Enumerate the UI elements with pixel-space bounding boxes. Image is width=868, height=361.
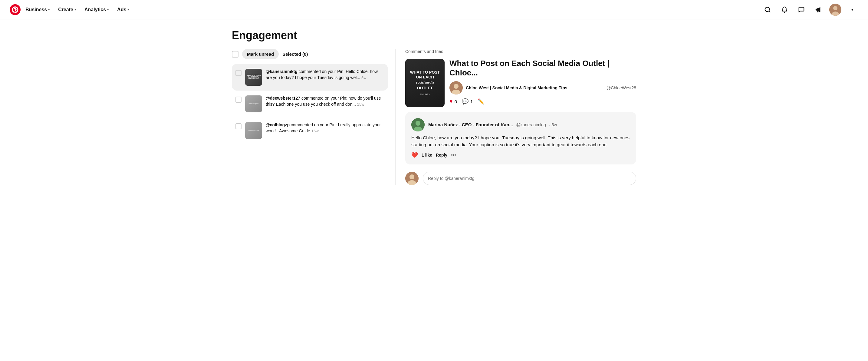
pin-image[interactable]: WHAT TO POSTON EACH social media OUTLET …	[405, 59, 444, 107]
nav-items: Business ▾ Create ▾ Analytics ▾ Ads ▾	[22, 4, 762, 15]
notification-thumbnail: WHAT TO POST ON EACH social media OUTLET	[245, 69, 262, 86]
edit-stat[interactable]: ✏️	[477, 98, 484, 105]
comment-meta: Marina Nuñez - CEO - Founder of Kan... @…	[428, 122, 630, 127]
chevron-down-icon: ▾	[127, 8, 129, 11]
pin-details: What to Post on Each Social Media Outlet…	[450, 59, 636, 107]
commenter-avatar[interactable]	[411, 118, 425, 131]
page-title: Engagement	[232, 29, 636, 42]
comment-likes-count: 1 like	[422, 153, 432, 157]
comment-card: Marina Nuñez - CEO - Founder of Kan... @…	[405, 112, 636, 164]
comment-time: 5w	[551, 122, 557, 127]
comment-icon: 💬	[462, 98, 468, 105]
notification-text: @colblogzp commented on your Pin: I real…	[266, 122, 384, 134]
notification-item[interactable]: WHAT TO POST ON EACH social media OUTLET…	[232, 64, 388, 91]
nav-ads[interactable]: Ads ▾	[114, 4, 132, 15]
notification-content: @deewebster127 commented on your Pin: ho…	[266, 95, 384, 107]
content-split: Mark unread Selected (0) WHAT TO POST ON…	[232, 49, 636, 185]
svg-point-7	[454, 84, 459, 89]
reply-avatar	[405, 172, 418, 185]
nav-business[interactable]: Business ▾	[22, 4, 53, 15]
toolbar: Mark unread Selected (0)	[232, 49, 388, 59]
notification-item[interactable]: checklist guide @deewebster127 commented…	[232, 91, 388, 117]
comment-body: Hello Chloe, how are you today? I hope y…	[411, 134, 630, 148]
mark-unread-button[interactable]: Mark unread	[242, 49, 279, 59]
notification-checkbox[interactable]	[236, 70, 242, 76]
select-all-checkbox[interactable]	[232, 51, 239, 58]
pin-card: WHAT TO POSTON EACH social media OUTLET …	[405, 59, 636, 107]
comment-handle: @kaneranimktg	[516, 122, 546, 127]
nav-create[interactable]: Create ▾	[55, 4, 80, 15]
pin-author-name: Chloe West | Social Media & Digital Mark…	[466, 85, 567, 90]
notifications-button[interactable]	[778, 4, 790, 16]
notification-list: WHAT TO POST ON EACH social media OUTLET…	[232, 64, 388, 144]
heart-icon: ♥	[450, 98, 453, 105]
pin-stats: ♥ 0 💬 1 ✏️	[450, 98, 636, 105]
svg-point-13	[409, 175, 414, 179]
user-avatar[interactable]	[829, 4, 841, 16]
chevron-down-icon: ▾	[74, 8, 76, 11]
nav-business-label: Business	[25, 7, 47, 12]
notification-text: @kaneranimktg commented on your Pin: Hel…	[266, 69, 384, 81]
notification-checkbox[interactable]	[236, 97, 242, 103]
pin-author: Chloe West | Social Media & Digital Mark…	[450, 81, 636, 94]
nav-ads-label: Ads	[117, 7, 126, 12]
comment-actions: ❤️ 1 like Reply •••	[411, 152, 630, 158]
selected-count: Selected (0)	[282, 52, 308, 57]
notification-text: @deewebster127 commented on your Pin: ho…	[266, 95, 384, 107]
pinterest-logo[interactable]	[10, 4, 21, 15]
edit-icon: ✏️	[477, 98, 484, 105]
nav-create-label: Create	[58, 7, 73, 12]
nav-analytics[interactable]: Analytics ▾	[81, 4, 112, 15]
comment-like-icon[interactable]: ❤️	[411, 152, 418, 158]
notification-thumbnail: checklist guide	[245, 95, 262, 112]
reply-row	[405, 169, 636, 185]
notification-item[interactable]: awesome guide @colblogzp commented on yo…	[232, 117, 388, 144]
svg-point-4	[833, 6, 837, 10]
comment-author-name: Marina Nuñez - CEO - Founder of Kan...	[428, 122, 513, 127]
search-button[interactable]	[762, 4, 774, 16]
chevron-down-icon: ▾	[48, 8, 50, 11]
comment-reply-button[interactable]: Reply	[436, 153, 447, 157]
likes-stat: ♥ 0	[450, 98, 457, 105]
comments-stat: 💬 1	[462, 98, 473, 105]
notification-content: @kaneranimktg commented on your Pin: Hel…	[266, 69, 384, 81]
likes-count: 0	[455, 99, 457, 104]
comment-header: Marina Nuñez - CEO - Founder of Kan... @…	[411, 118, 630, 131]
left-panel: Mark unread Selected (0) WHAT TO POST ON…	[232, 49, 395, 185]
svg-point-10	[415, 121, 421, 126]
section-label: Comments and tries	[405, 49, 636, 54]
account-chevron-icon[interactable]: ▾	[846, 4, 858, 16]
svg-line-2	[769, 11, 770, 12]
pin-author-handle: @ChloeWest28	[607, 85, 636, 90]
megaphone-button[interactable]	[812, 4, 825, 16]
comment-more-button[interactable]: •••	[451, 152, 456, 158]
reply-input[interactable]	[423, 172, 636, 185]
pin-author-avatar[interactable]	[450, 81, 463, 94]
notification-checkbox[interactable]	[236, 123, 242, 129]
right-panel: Comments and tries WHAT TO POSTON EACH s…	[395, 49, 636, 185]
page-container: Engagement Mark unread Selected (0) WHAT…	[222, 20, 646, 185]
notification-thumbnail: awesome guide	[245, 122, 262, 139]
pin-title: What to Post on Each Social Media Outlet…	[450, 59, 636, 78]
nav-right: ▾	[762, 4, 858, 16]
svg-point-0	[10, 4, 21, 15]
messages-button[interactable]	[795, 4, 807, 16]
navbar: Business ▾ Create ▾ Analytics ▾ Ads ▾	[0, 0, 868, 20]
chevron-down-icon: ▾	[107, 8, 108, 11]
nav-analytics-label: Analytics	[85, 7, 106, 12]
notification-content: @colblogzp commented on your Pin: I real…	[266, 122, 384, 134]
comments-count: 1	[470, 99, 473, 104]
